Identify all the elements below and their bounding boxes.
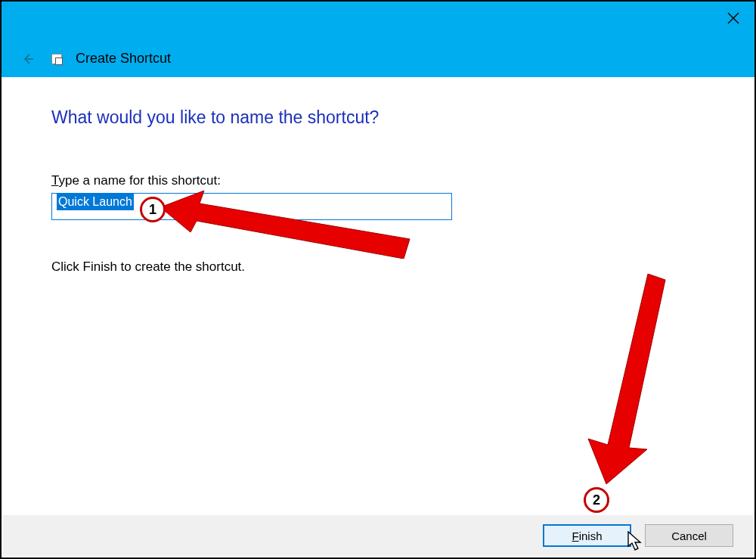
svg-marker-3 [160,191,410,259]
cancel-label: Cancel [671,529,707,542]
close-icon [727,12,739,24]
shortcut-icon [51,54,62,64]
annotation-badge-2: 2 [584,487,609,513]
wizard-hint: Click Finish to create the shortcut. [51,259,709,275]
title-row: Create Shortcut [2,51,171,77]
titlebar: Create Shortcut [2,2,754,77]
annotation-arrow-1 [160,191,417,259]
svg-marker-4 [588,274,665,484]
finish-label-rest: inish [579,529,603,542]
shortcut-name-label: Type a name for this shortcut: [51,173,709,188]
window-title: Create Shortcut [76,51,171,67]
close-button[interactable] [723,8,744,29]
shortcut-name-value-selected: Quick Launch [57,194,134,210]
accesskey-f: F [572,529,578,542]
page-heading: What would you like to name the shortcut… [51,107,709,128]
cancel-button[interactable]: Cancel [645,524,733,547]
annotation-arrow-2 [584,274,674,486]
shortcut-name-label-rest: ype a name for this shortcut: [58,173,221,188]
back-arrow-icon [21,52,35,66]
annotation-badge-1: 1 [140,197,166,222]
back-button[interactable] [21,52,35,66]
svg-marker-5 [628,532,640,550]
finish-button[interactable]: Finish [543,524,631,547]
cursor-icon [627,531,643,552]
